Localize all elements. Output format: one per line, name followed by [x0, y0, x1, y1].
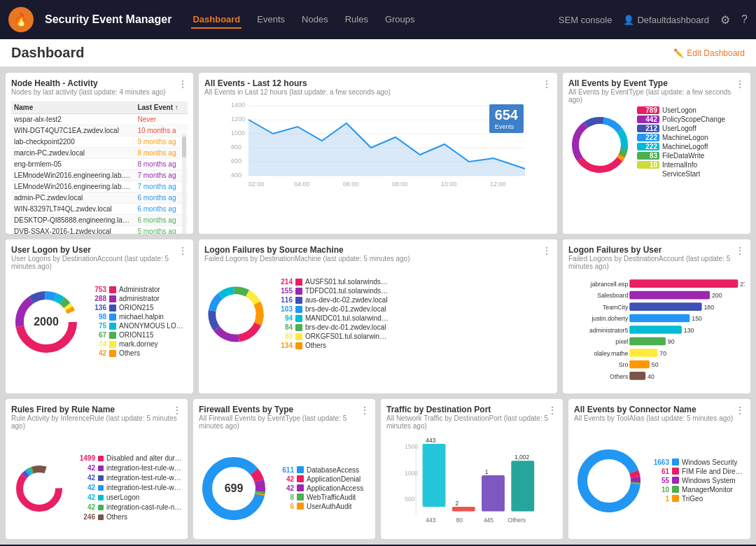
nav-groups[interactable]: Groups — [384, 11, 416, 29]
node-last-event: 6 months ag — [134, 215, 188, 226]
traffic-port-menu[interactable]: ⋮ — [547, 405, 557, 416]
table-row: admin-PC.zwdev.local6 months ag — [11, 192, 188, 204]
node-last-event: 9 months ag — [134, 136, 188, 148]
node-health-menu[interactable]: ⋮ — [178, 78, 188, 90]
event-type-menu[interactable]: ⋮ — [735, 78, 745, 90]
logon-failures-machine-chart: 214AUSFS01.tul.solarwinds.net155TDFDC01.… — [204, 265, 552, 363]
svg-text:administrator5: administrator5 — [589, 327, 628, 334]
event-type-item: 212UserLogoff — [637, 125, 725, 132]
logon-failures-user-title: Logon Failures by User — [568, 245, 745, 255]
table-row: DESKTOP-QI85888.engineering.lab.brno6 mo… — [11, 215, 188, 226]
help-icon[interactable]: ? — [741, 13, 748, 26]
table-row: WIN-DGT4QU7C1EA.zwdev.local10 months a — [11, 125, 188, 136]
svg-text:TeamCity: TeamCity — [603, 304, 629, 311]
svg-text:1,002: 1,002 — [514, 454, 529, 461]
firewall-events-title: Firewall Events by Type — [199, 405, 370, 414]
rules-fired-card: Rules Fired by Rule Name Rule Activity b… — [6, 399, 188, 539]
nav-dashboard[interactable]: Dashboard — [191, 11, 241, 29]
svg-text:50: 50 — [652, 361, 659, 368]
svg-rect-48 — [629, 302, 701, 311]
svg-text:180: 180 — [704, 304, 715, 311]
node-last-event: 8 months ag — [134, 159, 188, 170]
svg-text:pixel: pixel — [615, 338, 628, 345]
app-title: Security Event Manager — [45, 13, 172, 26]
user-logon-menu[interactable]: ⋮ — [178, 245, 188, 256]
rules-fired-menu[interactable]: ⋮ — [172, 405, 182, 416]
svg-text:1200: 1200 — [231, 115, 245, 122]
svg-rect-88 — [482, 475, 505, 512]
svg-text:Salesboard: Salesboard — [597, 292, 628, 299]
svg-text:justin.doherty: justin.doherty — [591, 315, 628, 322]
svg-text:04:00: 04:00 — [294, 181, 310, 188]
connector-name-menu[interactable]: ⋮ — [735, 405, 745, 416]
svg-text:2000: 2000 — [34, 316, 59, 328]
all-events-subtitle: All Events in Last 12 hours (last update… — [204, 88, 552, 96]
logon-failures-user-subtitle: Failed Logons by DestinationAccount (las… — [568, 255, 745, 270]
rules-item: 42integration-test-rule-with-mail-a... — [73, 484, 182, 491]
node-last-event: 7 months ag — [134, 181, 188, 192]
all-events-menu[interactable]: ⋮ — [542, 78, 552, 90]
rules-item: 42integration-test-rule-with-mail-a... — [73, 474, 182, 482]
svg-rect-66 — [629, 372, 645, 380]
nav-rules[interactable]: Rules — [344, 11, 370, 29]
nav-nodes[interactable]: Nodes — [300, 11, 330, 29]
dashboard-header: Dashboard ✏️ Edit Dashboard — [0, 39, 756, 67]
svg-rect-54 — [629, 326, 682, 334]
traffic-port-subtitle: All Network Traffic by DestinationPort (… — [386, 414, 557, 430]
event-type-subtitle: All Events by EventType (last update: a … — [568, 88, 745, 104]
legend-item: 134Others — [273, 342, 552, 349]
edit-dashboard-button[interactable]: ✏️ Edit Dashboard — [673, 48, 745, 58]
svg-text:2: 2 — [456, 500, 459, 507]
sem-console-link[interactable]: SEM console — [559, 15, 612, 25]
node-name: WIN-DGT4QU7C1EA.zwdev.local — [11, 125, 134, 136]
event-type-item: 10InternalInfo — [637, 161, 725, 169]
svg-rect-42 — [629, 279, 738, 288]
logon-failures-user-menu[interactable]: ⋮ — [735, 245, 745, 256]
col-last-event[interactable]: Last Event ↑ — [134, 102, 188, 114]
svg-text:1400: 1400 — [231, 102, 245, 108]
legend-item: 116aus-dev-dc-02.zwdev.local — [273, 296, 552, 304]
rules-item: 42integration-cast-rule-nith-mail-a... — [73, 503, 182, 511]
page-title: Dashboard — [11, 45, 84, 61]
firewall-events-subtitle: All Firewall Events by EventType (last u… — [199, 414, 370, 430]
svg-text:jabrancell.esp: jabrancell.esp — [589, 281, 628, 288]
node-last-event: Never — [134, 114, 188, 125]
nav-right: SEM console 👤 Defaultdashboard ⚙ ? — [559, 13, 748, 27]
firewall-events-card: Firewall Events by Type All Firewall Eve… — [193, 399, 375, 539]
event-type-item: 222MachineLogoff — [637, 143, 725, 150]
svg-point-98 — [582, 454, 636, 507]
logon-failures-user-card: Logon Failures by User Failed Logons by … — [563, 239, 750, 393]
node-name: lab-checkpoint2200 — [11, 136, 134, 148]
default-dashboard-link[interactable]: 👤 Defaultdashboard — [623, 15, 709, 25]
event-type-item: 442PolicyScopeChange — [637, 115, 725, 123]
top-navigation: 🔥 Security Event Manager Dashboard Event… — [0, 0, 756, 39]
dashboard-row-3: Rules Fired by Rule Name Rule Activity b… — [6, 399, 750, 539]
node-name: wspar-alx-test2 — [11, 114, 134, 125]
legend-item: 136ORION215 — [87, 304, 188, 312]
svg-text:12:00: 12:00 — [490, 181, 506, 188]
svg-text:02:00: 02:00 — [248, 181, 265, 188]
settings-icon[interactable]: ⚙ — [720, 13, 730, 27]
node-last-event: 5 months ag — [134, 226, 188, 234]
traffic-port-card: Traffic by Destination Port All Network … — [381, 399, 563, 539]
legend-item: 83ORKGFS01.tul.solarwinds.net — [273, 332, 552, 340]
svg-rect-45 — [629, 291, 710, 300]
node-health-card: Node Health - Activity Nodes by last act… — [6, 73, 193, 234]
nav-events[interactable]: Events — [255, 11, 286, 29]
svg-text:600: 600 — [231, 158, 241, 164]
svg-text:Others: Others — [508, 517, 526, 524]
legend-item: 1TriGeo — [650, 495, 745, 503]
node-name: LEMnodeWin2016.engineering.lab.brno — [11, 181, 134, 192]
svg-rect-87 — [452, 507, 475, 512]
logon-failures-machine-menu[interactable]: ⋮ — [542, 245, 552, 256]
logon-failures-user-chart: jabrancell.esp270Salesboard200TeamCity18… — [568, 274, 745, 388]
legend-item: 75ANONYMOUS LOGON — [87, 322, 188, 330]
legend-item: 288administrator — [87, 295, 188, 302]
node-last-event: 6 months ag — [134, 192, 188, 204]
table-row: lab-checkpoint22009 months ag — [11, 136, 188, 148]
logon-failures-machine-title: Logon Failures by Source Machine — [204, 245, 552, 255]
table-row: eng-brmlem-058 months ag — [11, 159, 188, 170]
node-last-event: 6 months ag — [134, 204, 188, 215]
firewall-events-menu[interactable]: ⋮ — [360, 405, 370, 416]
rules-fired-chart: 1499Disabled and alter during migrat...4… — [11, 433, 182, 539]
